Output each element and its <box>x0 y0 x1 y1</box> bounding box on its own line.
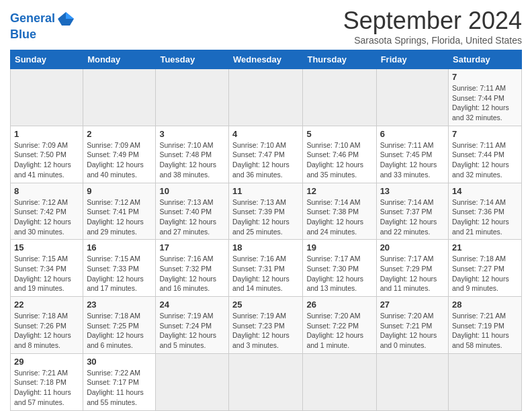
day-5: 5 Sunrise: 7:10 AMSunset: 7:46 PMDayligh… <box>303 126 376 183</box>
week-1: 7 Sunrise: 7:11 AMSunset: 7:44 PMDayligh… <box>11 69 522 126</box>
week-6: 29 Sunrise: 7:21 AMSunset: 7:18 PMDaylig… <box>11 353 522 410</box>
cell-empty <box>303 69 376 126</box>
header-wednesday: Wednesday <box>229 50 303 69</box>
header-sunday: Sunday <box>11 50 83 69</box>
day-23: 23 Sunrise: 7:18 AMSunset: 7:25 PMDaylig… <box>83 297 156 354</box>
header-friday: Friday <box>376 50 448 69</box>
cell-empty <box>11 69 83 126</box>
day-1: 1 Sunrise: 7:09 AMSunset: 7:50 PMDayligh… <box>11 126 83 183</box>
cell-empty <box>229 69 303 126</box>
day-14: 14 Sunrise: 7:14 AMSunset: 7:36 PMDaylig… <box>449 183 522 240</box>
day-3: 3 Sunrise: 7:10 AMSunset: 7:48 PMDayligh… <box>156 126 229 183</box>
day-2: 2 Sunrise: 7:09 AMSunset: 7:49 PMDayligh… <box>83 126 156 183</box>
header-tuesday: Tuesday <box>156 50 229 69</box>
day-30: 30 Sunrise: 7:22 AMSunset: 7:17 PMDaylig… <box>83 353 156 410</box>
cell-empty <box>303 353 376 410</box>
cell-empty <box>156 353 229 410</box>
cell-empty <box>376 69 448 126</box>
day-20: 20 Sunrise: 7:17 AMSunset: 7:29 PMDaylig… <box>376 240 448 297</box>
day-16: 16 Sunrise: 7:15 AMSunset: 7:33 PMDaylig… <box>83 240 156 297</box>
cell-empty <box>376 353 448 410</box>
day-25: 25 Sunrise: 7:19 AMSunset: 7:23 PMDaylig… <box>229 297 303 354</box>
week-2: 1 Sunrise: 7:09 AMSunset: 7:50 PMDayligh… <box>11 126 522 183</box>
day-13: 13 Sunrise: 7:14 AMSunset: 7:37 PMDaylig… <box>376 183 448 240</box>
day-18: 18 Sunrise: 7:16 AMSunset: 7:31 PMDaylig… <box>229 240 303 297</box>
day-28: 28 Sunrise: 7:21 AMSunset: 7:19 PMDaylig… <box>449 297 522 354</box>
day-26: 26 Sunrise: 7:20 AMSunset: 7:22 PMDaylig… <box>303 297 376 354</box>
logo-text: General <box>10 12 55 26</box>
day-11: 11 Sunrise: 7:13 AMSunset: 7:39 PMDaylig… <box>229 183 303 240</box>
day-8: 8 Sunrise: 7:12 AMSunset: 7:42 PMDayligh… <box>11 183 83 240</box>
calendar-table: Sunday Monday Tuesday Wednesday Thursday… <box>10 50 522 411</box>
title-area: September 2024 Sarasota Springs, Florida… <box>343 7 522 46</box>
day-4: 4 Sunrise: 7:10 AMSunset: 7:47 PMDayligh… <box>229 126 303 183</box>
day-21: 21 Sunrise: 7:18 AMSunset: 7:27 PMDaylig… <box>449 240 522 297</box>
header-monday: Monday <box>83 50 156 69</box>
day-17: 17 Sunrise: 7:16 AMSunset: 7:32 PMDaylig… <box>156 240 229 297</box>
day-7: 7 Sunrise: 7:11 AMSunset: 7:44 PMDayligh… <box>449 69 522 126</box>
week-3: 8 Sunrise: 7:12 AMSunset: 7:42 PMDayligh… <box>11 183 522 240</box>
day-7b: 7 Sunrise: 7:11 AMSunset: 7:44 PMDayligh… <box>449 126 522 183</box>
cell-empty <box>83 69 156 126</box>
day-22: 22 Sunrise: 7:18 AMSunset: 7:26 PMDaylig… <box>11 297 83 354</box>
header-thursday: Thursday <box>303 50 376 69</box>
day-24: 24 Sunrise: 7:19 AMSunset: 7:24 PMDaylig… <box>156 297 229 354</box>
day-19: 19 Sunrise: 7:17 AMSunset: 7:30 PMDaylig… <box>303 240 376 297</box>
day-27: 27 Sunrise: 7:20 AMSunset: 7:21 PMDaylig… <box>376 297 448 354</box>
svg-marker-1 <box>66 12 74 19</box>
logo: General Blue <box>10 9 75 42</box>
day-10: 10 Sunrise: 7:13 AMSunset: 7:40 PMDaylig… <box>156 183 229 240</box>
cell-empty <box>229 353 303 410</box>
page-wrapper: General Blue September 2024 Sarasota Spr… <box>10 7 522 411</box>
logo-blue: Blue <box>10 28 75 42</box>
header-saturday: Saturday <box>449 50 522 69</box>
subtitle: Sarasota Springs, Florida, United States <box>343 35 522 46</box>
day-12: 12 Sunrise: 7:14 AMSunset: 7:38 PMDaylig… <box>303 183 376 240</box>
logo-icon <box>56 9 75 28</box>
cell-empty <box>156 69 229 126</box>
week-5: 22 Sunrise: 7:18 AMSunset: 7:26 PMDaylig… <box>11 297 522 354</box>
cell-empty <box>449 353 522 410</box>
day-29: 29 Sunrise: 7:21 AMSunset: 7:18 PMDaylig… <box>11 353 83 410</box>
week-4: 15 Sunrise: 7:15 AMSunset: 7:34 PMDaylig… <box>11 240 522 297</box>
day-9: 9 Sunrise: 7:12 AMSunset: 7:41 PMDayligh… <box>83 183 156 240</box>
day-6: 6 Sunrise: 7:11 AMSunset: 7:45 PMDayligh… <box>376 126 448 183</box>
day-15: 15 Sunrise: 7:15 AMSunset: 7:34 PMDaylig… <box>11 240 83 297</box>
header: General Blue September 2024 Sarasota Spr… <box>10 7 522 46</box>
month-title: September 2024 <box>343 7 522 35</box>
